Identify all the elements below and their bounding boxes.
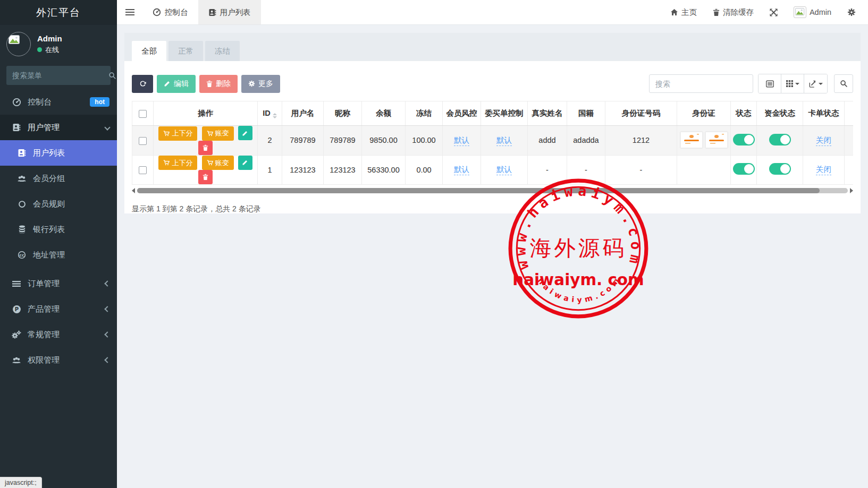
risk-link[interactable]: 默认 xyxy=(454,136,469,146)
settings-button[interactable] xyxy=(840,0,863,25)
trash-icon xyxy=(203,144,208,151)
sidebar-item-general-management[interactable]: 常规管理 xyxy=(0,322,117,347)
order-control-link[interactable]: 默认 xyxy=(496,165,512,175)
sidebar-menu: 控制台 hot 用户管理 用户列表 会员分组 会员规则 xyxy=(0,89,117,373)
delete-button[interactable]: 删除 xyxy=(199,75,238,93)
product-circle-icon: P xyxy=(10,305,23,314)
id-card-thumbnails[interactable] xyxy=(680,132,728,148)
cell-username: 123123 xyxy=(282,155,324,185)
sidebar-item-user-management[interactable]: 用户管理 xyxy=(0,115,117,140)
select-all-checkbox[interactable] xyxy=(139,110,147,118)
caret-down-icon xyxy=(819,83,823,85)
pencil-icon xyxy=(242,159,248,166)
svg-text:haiwaiym.com: haiwaiym.com xyxy=(536,274,622,304)
scroll-right-icon[interactable] xyxy=(850,188,853,193)
database-icon xyxy=(15,225,28,234)
fund-status-toggle[interactable] xyxy=(769,163,791,175)
home-button[interactable]: 主页 xyxy=(663,0,704,25)
sidebar-item-member-rules[interactable]: 会员规则 xyxy=(0,191,117,217)
columns-button[interactable] xyxy=(781,74,804,93)
filter-tab-normal[interactable]: 正常 xyxy=(168,41,203,61)
cell-nationality: adadda xyxy=(567,126,605,156)
row-delete-button[interactable] xyxy=(198,141,213,155)
risk-link[interactable]: 默认 xyxy=(454,165,469,175)
sidebar-item-user-list[interactable]: 用户列表 xyxy=(0,140,117,166)
sidebar-item-bank-list[interactable]: 银行列表 xyxy=(0,217,117,242)
col-id[interactable]: ID xyxy=(258,101,282,126)
filter-tab-all[interactable]: 全部 xyxy=(132,41,166,61)
svg-text:P: P xyxy=(14,306,18,312)
card-status-link[interactable]: 关闭 xyxy=(816,165,831,175)
more-button[interactable]: 更多 xyxy=(241,75,280,93)
status-toggle[interactable] xyxy=(733,163,755,175)
cell-id: 1 xyxy=(258,155,282,185)
account-change-button[interactable]: 账变 xyxy=(202,156,234,170)
cart-icon xyxy=(207,131,213,136)
user-name: Admin xyxy=(37,34,62,43)
row-edit-button[interactable] xyxy=(238,126,252,140)
sidebar-item-console[interactable]: 控制台 hot xyxy=(0,89,117,115)
sidebar-item-address-management[interactable]: cc 地址管理 xyxy=(0,242,117,268)
sidebar-item-member-groups[interactable]: 会员分组 xyxy=(0,166,117,191)
tab-user-list[interactable]: 用户列表 xyxy=(198,0,261,24)
avatar xyxy=(6,32,31,56)
filter-tab-frozen[interactable]: 冻结 xyxy=(205,41,240,61)
account-change-button[interactable]: 账变 xyxy=(202,126,234,141)
edit-button[interactable]: 编辑 xyxy=(157,75,196,93)
tab-console[interactable]: 控制台 xyxy=(142,0,198,24)
col-nickname: 昵称 xyxy=(324,101,362,126)
refresh-icon xyxy=(139,80,147,88)
scrollbar-thumb[interactable] xyxy=(137,188,820,193)
watermark-center-text: 海外源码 xyxy=(530,235,627,261)
cell-id-number: 1212 xyxy=(605,126,677,156)
row-delete-button[interactable] xyxy=(198,170,213,184)
cell-id-number: - xyxy=(605,155,677,185)
card-status-link[interactable]: 关闭 xyxy=(816,136,831,146)
pencil-icon xyxy=(164,80,171,87)
table-search-input[interactable] xyxy=(649,74,753,93)
scroll-left-icon[interactable] xyxy=(132,188,135,193)
sidebar-item-product-management[interactable]: P 产品管理 xyxy=(0,296,117,322)
trash-icon xyxy=(203,174,208,181)
order-control-link[interactable]: 默认 xyxy=(496,136,512,146)
col-balance: 余额 xyxy=(362,101,406,126)
fullscreen-button[interactable] xyxy=(763,0,785,25)
horizontal-scrollbar[interactable] xyxy=(132,187,853,194)
status-toggle[interactable] xyxy=(733,134,755,145)
clear-cache-button[interactable]: 清除缓存 xyxy=(706,0,761,25)
home-icon xyxy=(670,8,678,16)
detail-view-button[interactable] xyxy=(759,74,781,93)
cell-clipped xyxy=(845,126,854,156)
hot-badge: hot xyxy=(90,97,109,107)
search-submit-button[interactable] xyxy=(834,74,853,93)
refresh-button[interactable] xyxy=(132,75,153,93)
row-checkbox[interactable] xyxy=(139,166,147,174)
admin-menu[interactable]: Admin xyxy=(787,0,838,25)
user-list-panel: 全部 正常 冻结 编辑 删除 xyxy=(124,33,861,213)
cell-frozen: 0.00 xyxy=(406,155,443,185)
hamburger-icon[interactable] xyxy=(117,0,142,24)
pagination-summary: 显示第 1 到第 2 条记录，总共 2 条记录 xyxy=(132,204,853,214)
row-checkbox[interactable] xyxy=(139,137,147,145)
chevron-left-icon xyxy=(104,280,110,286)
toolbar-right xyxy=(649,74,853,93)
export-button[interactable] xyxy=(804,74,827,93)
updown-score-button[interactable]: 上下分 xyxy=(158,156,197,170)
sidebar-item-permission-management[interactable]: 权限管理 xyxy=(0,347,117,373)
avatar xyxy=(794,6,806,18)
cell-username: 789789 xyxy=(282,126,324,156)
scrollbar-track[interactable] xyxy=(137,188,848,193)
topbar-right: 主页 清除缓存 Admin xyxy=(663,0,868,24)
col-fund-status: 资金状态 xyxy=(757,101,803,126)
sidebar-search-input[interactable] xyxy=(12,71,108,80)
row-edit-button[interactable] xyxy=(238,156,252,170)
fund-status-toggle[interactable] xyxy=(769,134,791,145)
sidebar-item-order-management[interactable]: 订单管理 xyxy=(0,271,117,296)
user-table-wrap: 操作 ID 用户名 昵称 余额 冻结 会员风控 委买单控制 真实姓名 国籍 身份… xyxy=(132,101,853,185)
sidebar: 外汇平台 Admin 在线 控制台 hot xyxy=(0,0,117,488)
cell-frozen: 100.00 xyxy=(406,126,443,156)
updown-score-button[interactable]: 上下分 xyxy=(158,126,197,141)
cell-nickname: 123123 xyxy=(324,155,362,185)
export-icon xyxy=(809,80,816,88)
sidebar-search xyxy=(6,66,111,85)
